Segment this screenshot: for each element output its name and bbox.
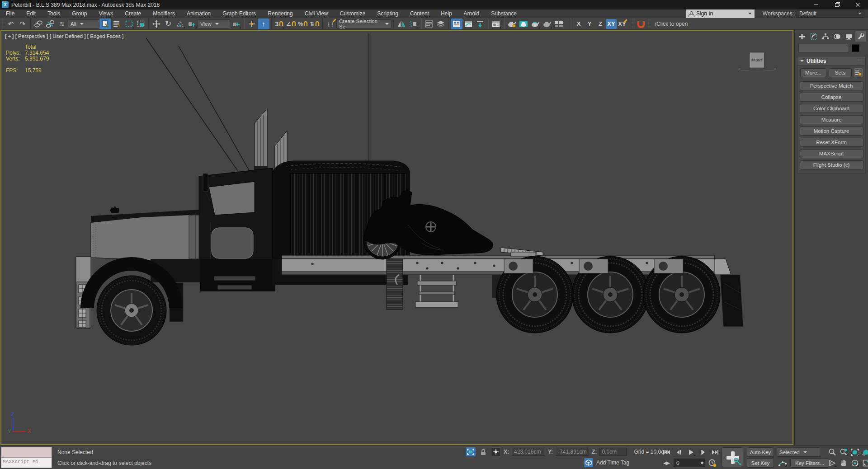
maxscript-mini-listener[interactable]: MAXScript Mi bbox=[1, 447, 52, 468]
utility-collapse-button[interactable]: Collapse bbox=[800, 93, 863, 102]
menu-modifiers[interactable]: Modifiers bbox=[147, 9, 181, 18]
tab-utilities[interactable] bbox=[855, 31, 866, 42]
select-and-rotate-button[interactable]: ↻ bbox=[162, 19, 174, 29]
listener-script-row[interactable]: MAXScript Mi bbox=[1, 458, 52, 468]
menu-group[interactable]: Group bbox=[66, 9, 93, 18]
bind-to-space-warp-icon[interactable]: ≋ bbox=[56, 19, 68, 29]
menu-create[interactable]: Create bbox=[119, 9, 147, 18]
schematic-view-button[interactable] bbox=[474, 19, 486, 29]
object-name-field[interactable] bbox=[798, 44, 849, 52]
select-and-place-button[interactable] bbox=[186, 19, 198, 29]
select-and-link-icon[interactable] bbox=[33, 19, 44, 29]
sign-in-button[interactable]: Sign In bbox=[686, 9, 755, 18]
viewcube[interactable]: FRONT bbox=[737, 46, 778, 74]
menu-substance[interactable]: Substance bbox=[485, 9, 523, 18]
truck-wireframe-model[interactable] bbox=[1, 31, 793, 444]
key-mode-toggle[interactable]: ◀▶ bbox=[661, 458, 672, 468]
restrict-to-xy-plane-button[interactable]: XY bbox=[606, 19, 617, 29]
edit-named-selection-sets-button[interactable]: { } bbox=[325, 19, 336, 29]
menu-scripting[interactable]: Scripting bbox=[371, 9, 404, 18]
maximize-viewport-toggle-icon[interactable] bbox=[861, 458, 868, 468]
set-key-button[interactable]: Set Key bbox=[747, 458, 774, 468]
time-configuration-button[interactable] bbox=[708, 458, 717, 468]
zoom-all-icon[interactable] bbox=[839, 447, 849, 457]
toolbar-drag-handle[interactable] bbox=[2, 19, 4, 29]
tab-modify[interactable] bbox=[808, 31, 819, 42]
window-crossing-toggle[interactable] bbox=[135, 19, 146, 29]
tab-display[interactable] bbox=[844, 31, 854, 42]
y-coord-field[interactable]: -741,891cm bbox=[556, 448, 589, 456]
spinner-snap-toggle[interactable]: ⇅ bbox=[309, 19, 321, 29]
minimize-button[interactable] bbox=[806, 0, 826, 9]
previous-frame-button[interactable] bbox=[673, 447, 684, 457]
utility-maxscript-button[interactable]: MAXScript bbox=[800, 149, 863, 158]
angle-snap-toggle[interactable]: ∠ bbox=[285, 19, 297, 29]
key-steps-icon[interactable] bbox=[778, 458, 788, 468]
add-time-tag-label[interactable]: Add Time Tag bbox=[596, 460, 629, 466]
viewcube-front-face[interactable]: FRONT bbox=[750, 52, 764, 68]
play-animation-button[interactable] bbox=[685, 447, 696, 457]
zoom-extents-icon[interactable] bbox=[850, 447, 860, 457]
auto-key-toggle[interactable]: Auto Key bbox=[747, 447, 774, 457]
tab-motion[interactable] bbox=[832, 31, 843, 42]
next-frame-button[interactable] bbox=[698, 447, 708, 457]
menu-arnold[interactable]: Arnold bbox=[458, 9, 486, 18]
rendered-frame-window-button[interactable] bbox=[518, 19, 529, 29]
menu-animation[interactable]: Animation bbox=[181, 9, 217, 18]
select-and-scale-button[interactable] bbox=[174, 19, 186, 29]
render-setup-button[interactable] bbox=[506, 19, 518, 29]
menu-views[interactable]: Views bbox=[93, 9, 119, 18]
zoom-tool-icon[interactable] bbox=[827, 447, 837, 457]
toggle-layer-explorer-button[interactable] bbox=[435, 19, 447, 29]
menu-help[interactable]: Help bbox=[435, 9, 458, 18]
time-tag-cube-icon[interactable] bbox=[584, 458, 593, 467]
current-frame-field[interactable]: 0 bbox=[674, 459, 705, 467]
selection-lock-toggle[interactable] bbox=[478, 447, 488, 456]
pan-hand-icon[interactable] bbox=[839, 458, 849, 468]
app-icon[interactable]: 3 bbox=[2, 1, 9, 8]
restrict-plane-flyout-button[interactable]: XY bbox=[617, 19, 627, 29]
select-by-name-button[interactable] bbox=[111, 19, 123, 29]
field-of-view-icon[interactable] bbox=[827, 458, 837, 468]
menu-tools[interactable]: Tools bbox=[42, 9, 66, 18]
menu-rendering[interactable]: Rendering bbox=[262, 9, 298, 18]
x-coord-field[interactable]: 423,016cm bbox=[512, 448, 545, 456]
more-utilities-button[interactable]: More... bbox=[800, 68, 826, 77]
align-button[interactable] bbox=[407, 19, 419, 29]
toggle-scene-explorer-button[interactable] bbox=[423, 19, 435, 29]
undo-button[interactable]: ↶ bbox=[5, 19, 17, 29]
utility-color-clipboard-button[interactable]: Color Clipboard bbox=[800, 104, 863, 113]
plugin-launcher-icon[interactable] bbox=[635, 19, 647, 29]
toolbar-open-hint[interactable]: rClick to open bbox=[655, 21, 688, 27]
render-production-button[interactable] bbox=[529, 19, 541, 29]
object-color-swatch[interactable] bbox=[852, 44, 859, 52]
menu-edit[interactable]: Edit bbox=[20, 9, 42, 18]
workspace-dropdown[interactable]: Default bbox=[797, 10, 864, 18]
viewport-label[interactable]: [ + ] [ Perspective ] [ User Defined ] [… bbox=[5, 33, 123, 39]
menu-file[interactable]: File bbox=[0, 9, 20, 18]
utilities-rollout-header[interactable]: Utilities bbox=[797, 56, 866, 66]
key-filters-button[interactable]: Key Filters... bbox=[790, 458, 829, 468]
configure-button-sets-button[interactable] bbox=[854, 68, 863, 77]
material-editor-button[interactable] bbox=[490, 19, 502, 29]
unlink-selection-icon[interactable] bbox=[44, 19, 56, 29]
go-to-start-button[interactable] bbox=[661, 447, 672, 457]
curve-editor-button[interactable] bbox=[462, 19, 474, 29]
select-and-move-button[interactable] bbox=[151, 19, 162, 29]
perspective-viewport[interactable]: [ + ] [ Perspective ] [ User Defined ] [… bbox=[0, 30, 793, 445]
toggle-ribbon-button[interactable] bbox=[451, 19, 462, 29]
set-keys-button[interactable] bbox=[722, 447, 743, 467]
render-in-autodesk-360-button[interactable] bbox=[553, 19, 565, 29]
snap-toggle-3d[interactable]: 3 bbox=[274, 19, 285, 29]
toolbar-drag-handle[interactable] bbox=[632, 19, 634, 29]
rectangular-selection-region-button[interactable] bbox=[123, 19, 135, 29]
select-and-manipulate-button[interactable] bbox=[246, 19, 258, 29]
select-object-button[interactable] bbox=[99, 19, 111, 29]
absolute-mode-transform-toggle[interactable] bbox=[491, 447, 501, 456]
menu-graph-editors[interactable]: Graph Editors bbox=[217, 9, 262, 18]
tab-hierarchy[interactable] bbox=[820, 31, 831, 42]
restore-button[interactable] bbox=[826, 0, 847, 9]
menu-customize[interactable]: Customize bbox=[334, 9, 372, 18]
restrict-to-x-button[interactable]: X bbox=[573, 19, 584, 29]
redo-button[interactable]: ↷ bbox=[17, 19, 28, 29]
